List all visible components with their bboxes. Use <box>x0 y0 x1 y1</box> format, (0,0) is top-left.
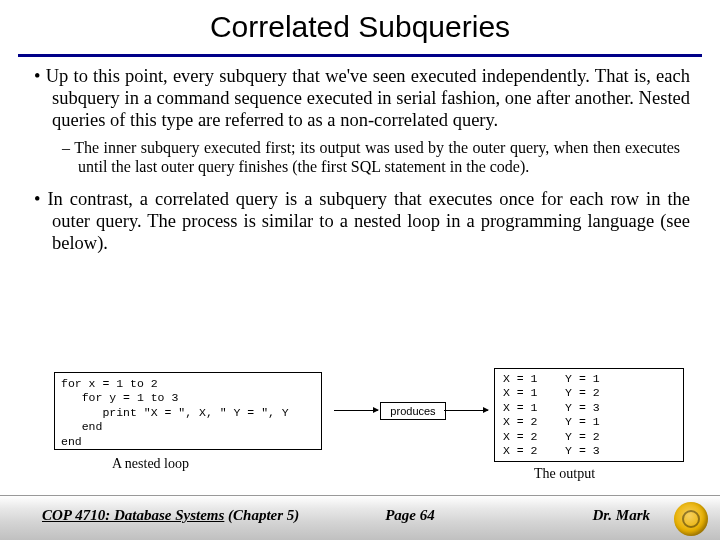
page-title: Correlated Subqueries <box>0 10 720 44</box>
bullet-2: In contrast, a correlated query is a sub… <box>34 189 690 254</box>
sub-bullet-1: The inner subquery executed first; its o… <box>62 139 680 177</box>
diagram: for x = 1 to 2 for y = 1 to 3 print "X =… <box>54 372 690 487</box>
content-area: Up to this point, every subquery that we… <box>34 66 690 263</box>
bullet-1: Up to this point, every subquery that we… <box>34 66 690 131</box>
arrow-left-icon <box>334 410 378 411</box>
ucf-logo-icon <box>674 502 708 536</box>
slide: Correlated Subqueries Up to this point, … <box>0 0 720 540</box>
produces-label: produces <box>380 402 446 420</box>
footer: COP 4710: Database Systems (Chapter 5) P… <box>0 495 720 540</box>
caption-output: The output <box>534 466 595 482</box>
footer-author: Dr. Mark <box>592 507 650 524</box>
arrow-right-icon <box>444 410 488 411</box>
caption-nested-loop: A nested loop <box>112 456 189 472</box>
title-rule <box>18 54 702 57</box>
code-box: for x = 1 to 2 for y = 1 to 3 print "X =… <box>54 372 322 450</box>
output-box: X = 1 Y = 1 X = 1 Y = 2 X = 1 Y = 3 X = … <box>494 368 684 462</box>
